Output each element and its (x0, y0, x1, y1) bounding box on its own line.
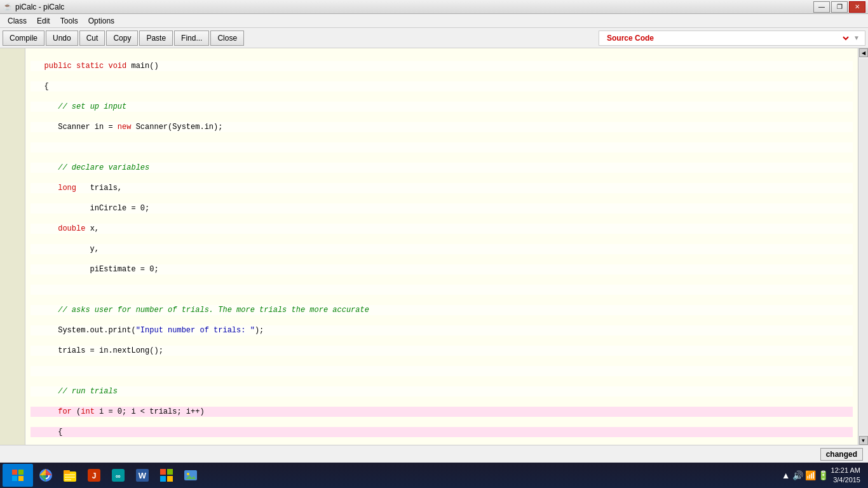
find-button[interactable]: Find... (174, 30, 209, 46)
svg-text:W: W (139, 471, 147, 480)
scroll-collapse-arrow[interactable]: ◀ (859, 48, 868, 57)
windows-icon (11, 469, 24, 482)
date-display: 3/4/2015 (831, 475, 860, 485)
cut-button[interactable]: Cut (79, 30, 105, 46)
close-button[interactable]: ✕ (849, 1, 865, 13)
svg-rect-3 (18, 476, 24, 481)
svg-rect-0 (12, 470, 17, 475)
wifi-icon: 📶 (805, 470, 816, 480)
svg-point-23 (187, 473, 189, 475)
menu-class[interactable]: Class (3, 15, 32, 27)
svg-rect-19 (167, 469, 173, 475)
copy-button[interactable]: Copy (106, 30, 138, 46)
title-bar-left: ☕ piCalc - piCalc (3, 2, 64, 12)
svg-rect-9 (65, 474, 75, 475)
menu-options[interactable]: Options (83, 15, 119, 27)
editor-container: public static void main() { // set up in… (0, 48, 868, 445)
svg-rect-10 (65, 477, 75, 478)
changed-label: changed (820, 448, 863, 461)
svg-rect-8 (64, 470, 70, 474)
svg-rect-20 (160, 476, 166, 482)
compile-button[interactable]: Compile (3, 30, 44, 46)
windows-logo-icon[interactable] (155, 464, 178, 487)
clock: 12:21 AM 3/4/2015 (831, 466, 860, 485)
code-editor[interactable]: public static void main() { // set up in… (25, 48, 858, 445)
svg-rect-1 (18, 470, 24, 475)
source-code-dropdown[interactable]: Source Code ▼ (599, 30, 865, 46)
taskbar: J ∞ W ▲ 🔊 (0, 463, 868, 488)
vertical-scrollbar[interactable]: ▲ ◀ ▼ (858, 48, 868, 445)
menu-tools[interactable]: Tools (55, 15, 83, 27)
svg-text:∞: ∞ (116, 472, 121, 480)
start-button[interactable] (3, 464, 33, 487)
undo-button[interactable]: Undo (46, 30, 78, 46)
window-title: piCalc - piCalc (15, 3, 64, 11)
code-content: public static void main() { // set up in… (31, 61, 853, 445)
volume-icon: 🔊 (792, 470, 803, 480)
title-bar: ☕ piCalc - piCalc — ❐ ✕ (0, 0, 868, 14)
svg-rect-18 (160, 469, 166, 475)
close-button[interactable]: Close (210, 30, 244, 46)
menu-edit[interactable]: Edit (32, 15, 55, 27)
toolbar: Compile Undo Cut Copy Paste Find... Clos… (0, 28, 868, 48)
svg-text:J: J (92, 471, 97, 480)
taskbar-right: ▲ 🔊 📶 🔋 12:21 AM 3/4/2015 (782, 466, 865, 485)
image-viewer-icon[interactable] (179, 464, 202, 487)
bluej-icon[interactable]: J (83, 464, 105, 487)
source-code-select[interactable]: Source Code (604, 33, 851, 43)
svg-rect-2 (12, 476, 17, 481)
svg-rect-11 (65, 479, 71, 480)
line-gutter (0, 48, 25, 445)
minimize-button[interactable]: — (813, 1, 830, 13)
file-manager-icon[interactable] (58, 464, 81, 487)
status-bar: changed (0, 445, 868, 463)
network-up-icon: ▲ (782, 470, 790, 480)
battery-icon: 🔋 (818, 470, 829, 480)
menu-bar: Class Edit Tools Options (0, 14, 868, 28)
system-tray: ▲ 🔊 📶 🔋 (782, 470, 829, 480)
arduino-icon[interactable]: ∞ (107, 464, 130, 487)
time-display: 12:21 AM (831, 466, 860, 475)
scroll-down-arrow[interactable]: ▼ (859, 436, 868, 445)
svg-rect-21 (167, 476, 173, 482)
window-controls: — ❐ ✕ (813, 1, 865, 13)
restore-button[interactable]: ❐ (831, 1, 848, 13)
word-icon[interactable]: W (131, 464, 154, 487)
chrome-icon[interactable] (34, 464, 57, 487)
app-icon: ☕ (3, 2, 13, 12)
paste-button[interactable]: Paste (139, 30, 173, 46)
scroll-track (859, 58, 868, 435)
